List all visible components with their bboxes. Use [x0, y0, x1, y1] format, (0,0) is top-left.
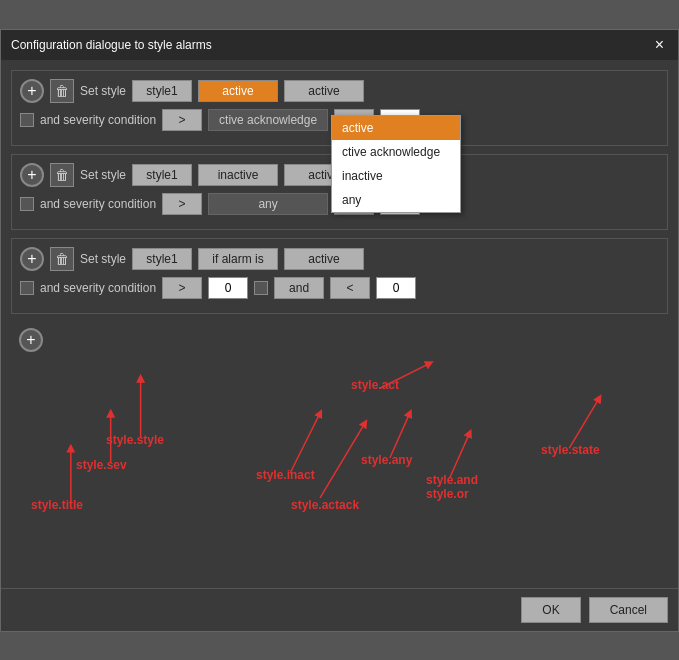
annotation-area: style.act style.style style.sev style.ti… — [11, 358, 668, 578]
dialog-content: + 🗑 Set style style1 active active and s… — [1, 60, 678, 588]
checkbox-1[interactable] — [20, 113, 34, 127]
trash-icon-2: 🗑 — [55, 167, 69, 183]
set-style-label-3: Set style — [80, 252, 126, 266]
rule-block-3: + 🗑 Set style style1 if alarm is active … — [11, 238, 668, 314]
state-dropdown: active ctive acknowledge inactive any — [331, 115, 461, 213]
state-select-2[interactable]: inactive — [198, 164, 278, 186]
checkbox-3[interactable] — [20, 281, 34, 295]
rule-row-3-bottom: and severity condition > 0 and < 0 — [20, 277, 659, 299]
severity-label-3: and severity condition — [40, 281, 156, 295]
ann-style-sev: style.sev — [76, 458, 127, 472]
style-select-3[interactable]: style1 — [132, 248, 192, 270]
svg-line-7 — [390, 413, 410, 458]
state-select-3[interactable]: if alarm is — [198, 248, 278, 270]
add-rule-2-button[interactable]: + — [20, 163, 44, 187]
delete-rule-1-button[interactable]: 🗑 — [50, 79, 74, 103]
ok-button[interactable]: OK — [521, 597, 580, 623]
checkbox-3b[interactable] — [254, 281, 268, 295]
ann-style-style: style.style — [106, 433, 164, 447]
ann-style-state: style.state — [541, 443, 600, 457]
delete-rule-2-button[interactable]: 🗑 — [50, 163, 74, 187]
second-state-select-3[interactable]: active — [284, 248, 364, 270]
cancel-button[interactable]: Cancel — [589, 597, 668, 623]
svg-line-8 — [450, 433, 470, 478]
set-style-label-1: Set style — [80, 84, 126, 98]
second-state-select-1[interactable]: active — [284, 80, 364, 102]
state-select-1[interactable]: active — [198, 80, 278, 102]
dropdown-item-inactive[interactable]: inactive — [332, 164, 460, 188]
condition-text-1[interactable]: ctive acknowledge — [208, 109, 328, 131]
ann-style-act: style.act — [351, 378, 399, 392]
ann-style-inact: style.inact — [256, 468, 315, 482]
and-or-select-3[interactable]: and — [274, 277, 324, 299]
dialog-title-bar: Configuration dialogue to style alarms × — [1, 30, 678, 60]
trash-icon-1: 🗑 — [55, 83, 69, 99]
condition-text-2[interactable]: any — [208, 193, 328, 215]
op-right-3[interactable]: < — [330, 277, 370, 299]
set-style-label-2: Set style — [80, 168, 126, 182]
severity-label-1: and severity condition — [40, 113, 156, 127]
rule-row-3-top: + 🗑 Set style style1 if alarm is active — [20, 247, 659, 271]
add-new-rule-button[interactable]: + — [19, 328, 43, 352]
style-select-1[interactable]: style1 — [132, 80, 192, 102]
dialog-title: Configuration dialogue to style alarms — [11, 38, 212, 52]
add-row: + — [11, 322, 668, 358]
dropdown-item-active[interactable]: active — [332, 116, 460, 140]
svg-line-5 — [320, 423, 365, 498]
delete-rule-3-button[interactable]: 🗑 — [50, 247, 74, 271]
dropdown-item-any[interactable]: any — [332, 188, 460, 212]
severity-label-2: and severity condition — [40, 197, 156, 211]
op-left-3[interactable]: > — [162, 277, 202, 299]
trash-icon-3: 🗑 — [55, 251, 69, 267]
ann-style-title: style.title — [31, 498, 83, 512]
ann-style-and-or: style.and style.or — [426, 473, 478, 501]
add-rule-1-button[interactable]: + — [20, 79, 44, 103]
rule-row-1-top: + 🗑 Set style style1 active active — [20, 79, 659, 103]
op-left-1[interactable]: > — [162, 109, 202, 131]
checkbox-2[interactable] — [20, 197, 34, 211]
configuration-dialog: Configuration dialogue to style alarms ×… — [0, 29, 679, 632]
number-input-left-3[interactable]: 0 — [208, 277, 248, 299]
svg-line-6 — [290, 413, 320, 473]
number-input-3[interactable]: 0 — [376, 277, 416, 299]
dropdown-item-actack[interactable]: ctive acknowledge — [332, 140, 460, 164]
svg-line-9 — [569, 398, 599, 448]
op-left-2[interactable]: > — [162, 193, 202, 215]
add-rule-3-button[interactable]: + — [20, 247, 44, 271]
style-select-2[interactable]: style1 — [132, 164, 192, 186]
ann-style-actack: style.actack — [291, 498, 359, 512]
ann-style-any: style.any — [361, 453, 412, 467]
close-button[interactable]: × — [651, 36, 668, 54]
dialog-footer: OK Cancel — [1, 588, 678, 631]
